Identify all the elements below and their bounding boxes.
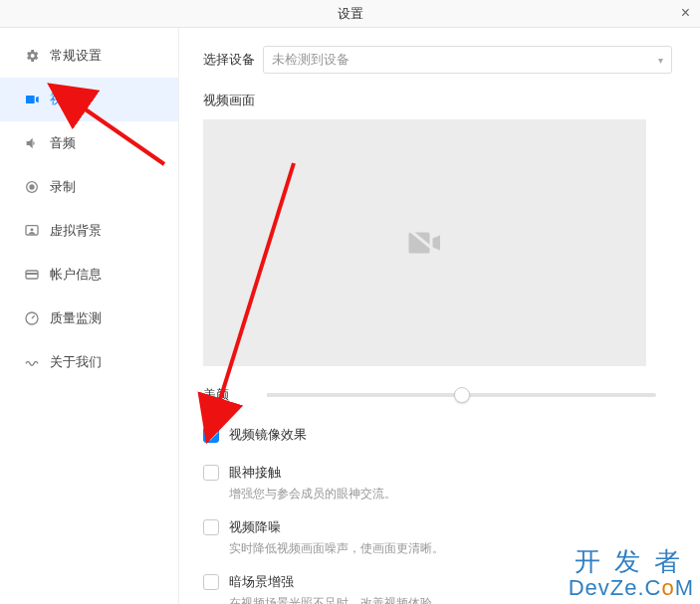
sidebar-item-audio[interactable]: 音频 — [0, 121, 178, 165]
sidebar-item-account[interactable]: 帐户信息 — [0, 253, 178, 297]
option-label: 暗场景增强 — [229, 573, 444, 591]
sidebar-item-about[interactable]: 关于我们 — [0, 340, 178, 384]
svg-rect-5 — [26, 273, 38, 275]
option-lowlight: 暗场景增强 在视频场景光照不足时，改善视频体验。 — [203, 573, 672, 604]
close-icon[interactable]: × — [681, 4, 690, 22]
sidebar-item-general[interactable]: 常规设置 — [0, 34, 178, 78]
beauty-slider-row: 美颜 — [203, 386, 672, 404]
device-row: 选择设备 未检测到设备 ▾ — [203, 46, 672, 74]
gear-icon — [24, 48, 40, 64]
sidebar-item-label: 虚拟背景 — [50, 222, 102, 240]
beauty-slider[interactable] — [267, 393, 656, 397]
svg-point-3 — [30, 228, 33, 231]
sidebar-item-label: 视频 — [50, 91, 76, 108]
record-icon — [24, 179, 40, 195]
card-icon — [24, 267, 40, 283]
option-label: 视频镜像效果 — [229, 426, 307, 444]
checkbox-mirror[interactable] — [203, 427, 219, 443]
video-preview — [203, 119, 646, 366]
svg-point-1 — [30, 185, 34, 189]
device-select[interactable]: 未检测到设备 ▾ — [263, 46, 672, 74]
sidebar-item-label: 录制 — [50, 178, 76, 196]
checkbox-lowlight[interactable] — [203, 574, 219, 590]
checkbox-denoise[interactable] — [203, 519, 219, 535]
option-mirror: 视频镜像效果 — [203, 426, 672, 448]
sidebar: 常规设置 视频 音频 录制 虚拟背景 — [0, 28, 179, 604]
slider-thumb[interactable] — [454, 387, 470, 403]
wave-icon — [24, 354, 40, 370]
option-eye-contact: 眼神接触 增强您与参会成员的眼神交流。 — [203, 464, 672, 503]
speaker-icon — [24, 135, 40, 151]
option-desc: 实时降低视频画面噪声，使画面更清晰。 — [229, 540, 444, 557]
video-icon — [24, 92, 40, 107]
option-desc: 增强您与参会成员的眼神交流。 — [229, 486, 396, 503]
checkbox-eye-contact[interactable] — [203, 465, 219, 481]
camera-off-icon — [407, 228, 443, 258]
gauge-icon — [24, 310, 40, 326]
device-label: 选择设备 — [203, 51, 263, 69]
option-label: 眼神接触 — [229, 464, 396, 482]
sidebar-item-record[interactable]: 录制 — [0, 165, 178, 209]
sidebar-item-label: 常规设置 — [50, 47, 102, 65]
option-denoise: 视频降噪 实时降低视频画面噪声，使画面更清晰。 — [203, 518, 672, 557]
preview-label: 视频画面 — [203, 92, 672, 109]
titlebar: 设置 × — [0, 0, 700, 28]
sidebar-item-label: 音频 — [50, 134, 76, 152]
chevron-down-icon: ▾ — [658, 55, 663, 66]
sidebar-item-label: 帐户信息 — [50, 266, 102, 284]
device-selected-value: 未检测到设备 — [272, 51, 350, 69]
person-icon — [24, 223, 40, 239]
sidebar-item-video[interactable]: 视频 — [0, 78, 178, 121]
window-title: 设置 — [338, 5, 363, 23]
sidebar-item-label: 质量监测 — [50, 309, 102, 327]
sidebar-item-quality[interactable]: 质量监测 — [0, 297, 178, 340]
option-label: 视频降噪 — [229, 518, 444, 536]
beauty-label: 美颜 — [203, 386, 243, 404]
sidebar-item-virtual-background[interactable]: 虚拟背景 — [0, 209, 178, 253]
option-desc: 在视频场景光照不足时，改善视频体验。 — [229, 595, 444, 604]
main-panel: 选择设备 未检测到设备 ▾ 视频画面 美颜 视频镜像效果 — [179, 28, 700, 604]
sidebar-item-label: 关于我们 — [50, 353, 102, 371]
